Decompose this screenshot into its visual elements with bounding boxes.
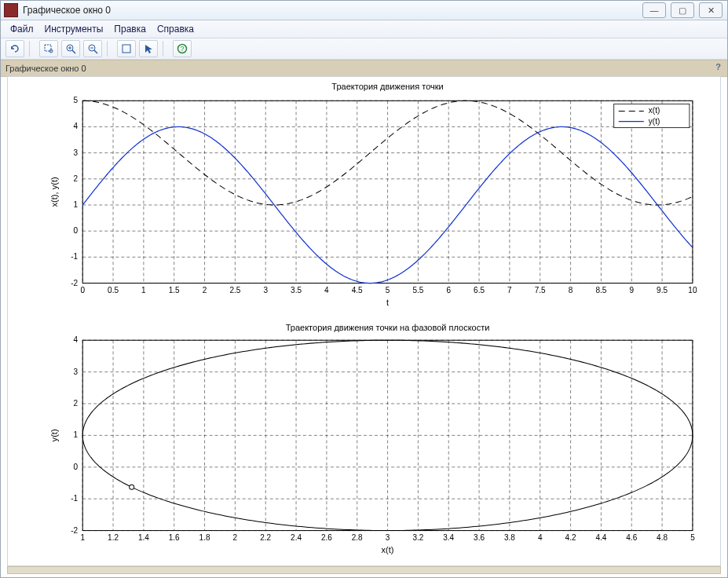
svg-text:2: 2 [203, 286, 207, 294]
svg-text:Траектория движения точки на ф: Траектория движения точки на фазовой пло… [286, 323, 490, 332]
svg-text:3.4: 3.4 [443, 533, 454, 542]
svg-text:-1: -1 [71, 252, 78, 261]
menu-help[interactable]: Справка [152, 22, 199, 36]
fit-icon[interactable] [117, 40, 136, 57]
help-icon[interactable]: ? [173, 40, 192, 57]
svg-text:6.5: 6.5 [474, 286, 485, 294]
svg-text:?: ? [180, 45, 184, 53]
menubar: Файл Инструменты Правка Справка [1, 20, 727, 38]
top-plot: Траектория движения точки00.511.522.533.… [49, 82, 697, 307]
svg-text:x(t): x(t) [649, 106, 660, 115]
svg-line-3 [72, 50, 75, 53]
svg-text:1.6: 1.6 [169, 533, 180, 542]
svg-text:5: 5 [386, 286, 390, 294]
close-button[interactable]: ✕ [699, 2, 723, 18]
svg-text:-1: -1 [71, 494, 78, 503]
svg-text:3: 3 [386, 533, 390, 542]
svg-text:x(t): x(t) [382, 545, 394, 554]
svg-text:2.4: 2.4 [291, 533, 302, 542]
svg-text:5: 5 [74, 96, 79, 104]
plot-canvas: Траектория движения точки00.511.522.533.… [7, 76, 721, 566]
svg-text:4.6: 4.6 [626, 533, 637, 542]
svg-text:2: 2 [233, 533, 238, 542]
svg-text:0: 0 [80, 286, 85, 294]
svg-text:9.5: 9.5 [657, 286, 668, 294]
svg-text:10: 10 [688, 286, 697, 294]
tab-strip: Графическое окно 0 ? [1, 60, 727, 77]
minimize-glyph: — [650, 5, 659, 15]
svg-text:4.5: 4.5 [352, 286, 363, 294]
svg-text:0: 0 [74, 463, 79, 471]
svg-point-139 [130, 485, 134, 489]
menu-tools[interactable]: Инструменты [40, 22, 108, 36]
window-controls: — ▢ ✕ [642, 2, 723, 18]
svg-text:t: t [386, 298, 389, 307]
svg-text:6: 6 [446, 286, 451, 294]
status-strip [7, 566, 721, 574]
app-window: Графическое окно 0 — ▢ ✕ Файл Инструмент… [0, 0, 728, 578]
svg-text:3.8: 3.8 [504, 533, 515, 542]
window-title: Графическое окно 0 [23, 5, 111, 16]
svg-text:7.5: 7.5 [535, 286, 546, 294]
zoom-area-icon[interactable] [39, 40, 58, 57]
svg-text:2: 2 [74, 174, 79, 183]
toolbar-separator [107, 41, 112, 57]
maximize-glyph: ▢ [679, 5, 686, 16]
svg-text:8: 8 [569, 286, 573, 294]
close-glyph: ✕ [708, 5, 715, 16]
svg-text:y(t): y(t) [49, 429, 59, 441]
svg-text:1.5: 1.5 [169, 286, 180, 294]
svg-text:3: 3 [74, 368, 79, 376]
tab-label[interactable]: Графическое окно 0 [5, 64, 86, 73]
svg-text:1: 1 [74, 200, 79, 209]
menu-edit[interactable]: Правка [109, 22, 151, 36]
svg-text:3.5: 3.5 [291, 286, 302, 294]
svg-text:1: 1 [80, 533, 85, 542]
svg-text:4.2: 4.2 [565, 533, 576, 542]
svg-text:0.5: 0.5 [108, 286, 119, 294]
zoom-in-icon[interactable] [61, 40, 80, 57]
svg-text:7: 7 [507, 286, 512, 294]
svg-text:4.4: 4.4 [595, 533, 606, 542]
svg-text:x(t), y(t): x(t), y(t) [49, 177, 59, 207]
svg-text:5.5: 5.5 [412, 286, 423, 294]
svg-text:1: 1 [141, 286, 146, 294]
select-icon[interactable] [139, 40, 158, 57]
svg-text:2.2: 2.2 [260, 533, 271, 542]
svg-text:4: 4 [324, 286, 329, 294]
svg-text:1: 1 [74, 430, 79, 439]
svg-text:1.2: 1.2 [108, 533, 119, 542]
svg-text:1.8: 1.8 [199, 533, 210, 542]
svg-text:-2: -2 [71, 279, 78, 287]
app-icon [4, 3, 18, 17]
svg-text:1.4: 1.4 [138, 533, 149, 542]
tab-help-marker[interactable]: ? [715, 62, 721, 71]
menu-file[interactable]: Файл [5, 22, 38, 36]
toolbar-separator [29, 41, 35, 57]
svg-text:8.5: 8.5 [595, 286, 606, 294]
svg-text:3.2: 3.2 [412, 533, 423, 542]
svg-text:3: 3 [74, 148, 79, 157]
plots-svg: Траектория движения точки00.511.522.533.… [8, 77, 720, 565]
svg-text:Траектория движения точки: Траектория движения точки [331, 82, 443, 91]
zoom-out-icon[interactable] [83, 40, 102, 57]
bottom-plot: Траектория движения точки на фазовой пло… [49, 323, 695, 554]
toolbar: ? [1, 38, 727, 60]
svg-text:2.8: 2.8 [352, 533, 363, 542]
minimize-button[interactable]: — [642, 2, 666, 18]
svg-text:4.8: 4.8 [657, 533, 668, 542]
svg-text:y(t): y(t) [649, 117, 660, 126]
svg-text:2: 2 [74, 399, 79, 408]
legend: x(t)y(t) [614, 104, 690, 127]
svg-text:3.6: 3.6 [474, 533, 485, 542]
maximize-button[interactable]: ▢ [671, 2, 694, 18]
svg-text:3: 3 [263, 286, 268, 294]
rotate-icon[interactable] [5, 40, 24, 57]
svg-line-7 [94, 50, 97, 53]
titlebar[interactable]: Графическое окно 0 — ▢ ✕ [1, 1, 727, 20]
toolbar-separator [163, 41, 168, 57]
svg-text:0: 0 [74, 226, 79, 235]
svg-text:4: 4 [538, 533, 543, 542]
svg-rect-9 [123, 45, 130, 53]
svg-text:5: 5 [690, 533, 695, 542]
